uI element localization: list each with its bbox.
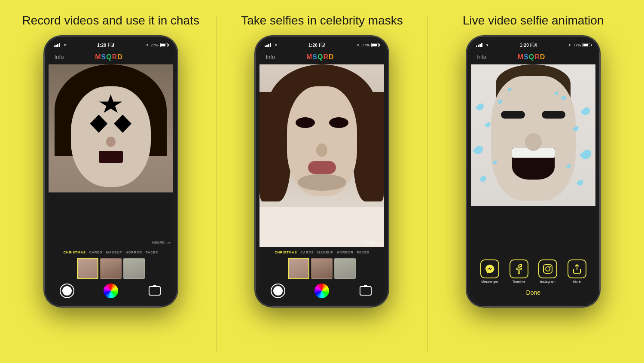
- battery-icon-1: [160, 43, 168, 47]
- battery-icon-2: [371, 43, 379, 47]
- thumb-row-1: [53, 258, 169, 279]
- nose-2: [316, 143, 327, 157]
- lips-2: [308, 161, 336, 174]
- msqrd-logo-2: MSQRD: [306, 53, 334, 61]
- app-bar-2: Info MSQRD: [259, 50, 384, 64]
- panel-2-title: Take selfies in celebrity masks: [241, 13, 403, 28]
- share-messenger[interactable]: Messenger: [477, 259, 503, 284]
- wifi-icon-3: ▾: [486, 43, 488, 47]
- thumb-1-1[interactable]: [77, 258, 98, 279]
- flip-camera-1[interactable]: [149, 286, 161, 296]
- app-bar-3: Info MSQRD: [471, 50, 595, 64]
- facebook-icon-box[interactable]: [510, 259, 528, 278]
- separator-2: [427, 16, 428, 351]
- thumb-2-1[interactable]: [288, 258, 309, 279]
- panel-1: Record videos and use it in chats ▾ 1:20…: [12, 13, 210, 307]
- status-bar-2: ▾ 1:20 PM ✴ 77%: [259, 40, 384, 50]
- bluetooth-icon-1: ✴: [146, 43, 149, 47]
- info-button-2[interactable]: Info: [266, 54, 275, 60]
- instagram-icon-box[interactable]: [538, 259, 557, 278]
- flip-btn-2[interactable]: [358, 284, 373, 298]
- tab-horror-2[interactable]: HORROR: [337, 250, 354, 254]
- tab-cards-2[interactable]: CARDS: [300, 250, 314, 254]
- thumb-1-3[interactable]: [123, 258, 145, 279]
- tab-faces-2[interactable]: FACES: [357, 250, 369, 254]
- signal-bar-3: [57, 44, 58, 47]
- camera-view-2: MSQRD.me: [259, 64, 384, 247]
- eye-r-3: [542, 111, 565, 118]
- tab-makeup-2[interactable]: MAKEUP: [317, 250, 333, 254]
- controls-row-2: [264, 284, 380, 298]
- battery-icon-3: [583, 43, 590, 47]
- phone-bottom-3: Messenger Timeline: [471, 256, 595, 302]
- signal-area-3: ▾: [476, 43, 488, 47]
- shirt-3: [471, 206, 595, 256]
- tab-cards-1[interactable]: CARDS: [89, 250, 103, 254]
- eye-left-1: [90, 115, 107, 133]
- camera-view-1: MSQRD.me: [49, 64, 173, 247]
- msqrd-logo-3: MSQRD: [518, 53, 546, 61]
- camera-btn-2[interactable]: [271, 284, 285, 298]
- thumb-1-2[interactable]: [100, 258, 122, 279]
- tab-christmas-2[interactable]: CHRISTMAS: [275, 250, 297, 254]
- share-panel: Messenger Timeline: [475, 259, 591, 284]
- messenger-label: Messenger: [481, 280, 498, 284]
- instagram-label: Instagram: [540, 280, 555, 284]
- face-1: [71, 86, 151, 187]
- wifi-icon-2: ▾: [275, 43, 277, 47]
- done-label[interactable]: Done: [526, 289, 540, 296]
- signal-bar-4: [59, 43, 60, 47]
- signal-bar-2: [55, 45, 57, 47]
- thumb-2-2[interactable]: [311, 258, 333, 279]
- mouth-3: [512, 148, 555, 179]
- phone-bottom-2: CHRISTMAS CARDS MAKEUP HORROR FACES: [259, 247, 384, 302]
- color-wheel-1[interactable]: [104, 284, 118, 298]
- tab-horror-1[interactable]: HORROR: [125, 250, 142, 254]
- share-facebook[interactable]: Timeline: [506, 259, 532, 284]
- shutter-2[interactable]: [271, 284, 285, 298]
- messenger-icon-box[interactable]: [480, 259, 499, 278]
- svg-point-2: [549, 266, 551, 267]
- signal-bar-2-4: [270, 43, 271, 47]
- battery-area-3: ✴ 77%: [568, 43, 590, 47]
- logo-d: D: [117, 53, 123, 61]
- status-time-2: 1:20 PM: [308, 43, 326, 48]
- tab-christmas-1[interactable]: CHRISTMAS: [63, 250, 85, 254]
- share-icon: [572, 264, 582, 274]
- battery-fill-1: [161, 44, 166, 46]
- drop-11: [577, 179, 585, 187]
- camera-btn-1[interactable]: [60, 284, 74, 298]
- color-wheel-2[interactable]: [314, 284, 329, 298]
- hair-side-l: [259, 92, 291, 201]
- status-bar-3: ▾ 1:20 PM ✴ 77%: [471, 40, 595, 50]
- nose-3: [525, 133, 542, 151]
- tab-faces-1[interactable]: FACES: [146, 250, 158, 254]
- signal-area-2: ▾: [265, 43, 277, 47]
- info-button-1[interactable]: Info: [55, 54, 64, 60]
- info-button-3[interactable]: Info: [477, 54, 486, 60]
- timeline-label: Timeline: [513, 280, 525, 284]
- done-button[interactable]: Done: [475, 287, 591, 298]
- battery-pct-1: 77%: [151, 43, 159, 47]
- star-1: [99, 95, 123, 115]
- logo-s: S: [101, 53, 107, 61]
- share-more[interactable]: More: [564, 259, 590, 284]
- flip-btn-1[interactable]: [147, 284, 162, 298]
- signal-bars-3: [476, 43, 482, 47]
- more-icon-box[interactable]: [568, 259, 586, 278]
- share-instagram[interactable]: Instagram: [535, 259, 561, 284]
- drop-7: [580, 106, 591, 116]
- separator-1: [216, 16, 217, 351]
- bluetooth-icon-3: ✴: [568, 43, 571, 47]
- instagram-icon: [543, 264, 553, 274]
- tab-makeup-1[interactable]: MAKEUP: [106, 250, 122, 254]
- shutter-1[interactable]: [60, 284, 74, 298]
- flip-camera-2[interactable]: [360, 286, 372, 296]
- logo-r: R: [112, 53, 118, 61]
- battery-area-2: ✴ 77%: [357, 43, 379, 47]
- thumb-2-3[interactable]: [334, 258, 356, 279]
- mouth-1: [99, 151, 123, 163]
- eye-right-1: [114, 115, 131, 133]
- drop-5: [479, 175, 488, 183]
- status-time-3: 1:20 PM: [520, 43, 537, 48]
